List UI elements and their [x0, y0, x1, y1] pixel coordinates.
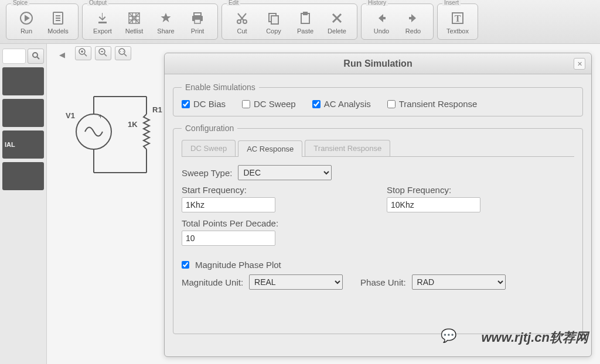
- printer-icon: [190, 11, 205, 26]
- enable-simulations-group: Enable Simulations DC Bias DC Sweep AC A…: [173, 83, 583, 116]
- zoom-out-button[interactable]: [95, 46, 111, 60]
- close-icon: ✕: [577, 60, 582, 68]
- schematic-drawing: + V1 R1 1K: [59, 85, 164, 192]
- zoom-out-icon: [98, 48, 108, 59]
- zoom-fit-button[interactable]: [115, 46, 131, 60]
- svg-rect-15: [195, 19, 200, 23]
- svg-point-28: [33, 53, 38, 57]
- export-button[interactable]: Export: [87, 6, 118, 38]
- tab-ac-response[interactable]: AC Response: [238, 140, 302, 157]
- sidebar: IAL: [0, 44, 47, 364]
- arrow-left-icon: [374, 11, 389, 26]
- netlist-button[interactable]: Netlist: [119, 6, 149, 38]
- tab-transient[interactable]: Transient Response: [305, 140, 390, 156]
- list-item[interactable]: [2, 99, 44, 127]
- cut-button[interactable]: Cut: [227, 6, 257, 38]
- svg-rect-21: [271, 16, 278, 24]
- svg-point-37: [119, 49, 125, 54]
- textbox-button[interactable]: TTextbox: [442, 6, 473, 38]
- list-item[interactable]: [2, 162, 44, 190]
- start-freq-label: Start Frequency:: [182, 185, 369, 195]
- dialog-header[interactable]: Run Simulation ✕: [165, 53, 591, 74]
- svg-text:+: +: [98, 112, 103, 121]
- phase-unit-select[interactable]: RAD: [412, 274, 506, 290]
- points-input[interactable]: [182, 231, 275, 246]
- zoom-fit-icon: [118, 48, 128, 59]
- mag-phase-checkbox-label[interactable]: Magnitude Phase Plot: [182, 260, 574, 270]
- arrow-right-icon: [405, 11, 421, 26]
- component-value-r1: 1K: [128, 120, 138, 129]
- tab-dc-sweep[interactable]: DC Sweep: [182, 140, 236, 156]
- toolbar-group-insert: Insert TTextbox: [437, 4, 478, 40]
- search-input[interactable]: [2, 49, 26, 64]
- textbox-icon: T: [450, 11, 465, 26]
- star-icon: [158, 11, 173, 26]
- print-button[interactable]: Print: [182, 6, 213, 38]
- dc-bias-checkbox-label[interactable]: DC Bias: [182, 99, 226, 109]
- toolbar-group-edit: Edit Cut Copy Paste Delete: [221, 4, 357, 40]
- svg-text:T: T: [455, 13, 461, 23]
- dialog-title: Run Simulation: [343, 59, 412, 69]
- scroll-left-button[interactable]: ◀: [57, 49, 67, 60]
- mag-unit-label: Magnitude Unit:: [182, 277, 243, 287]
- configuration-group: Configuration DC Sweep AC Response Trans…: [173, 123, 583, 334]
- list-item[interactable]: IAL: [2, 131, 44, 159]
- transient-checkbox[interactable]: [387, 100, 396, 108]
- run-simulation-dialog: Run Simulation ✕ Enable Simulations DC B…: [164, 53, 592, 357]
- clipboard-icon: [298, 11, 313, 26]
- toolbar-group-spice: Spice Run Models: [6, 4, 79, 40]
- mag-unit-select[interactable]: REAL: [249, 274, 343, 290]
- share-button[interactable]: Share: [151, 6, 181, 38]
- document-icon: [50, 11, 66, 26]
- list-item[interactable]: [2, 67, 44, 95]
- search-icon: [32, 51, 40, 61]
- toolbar-group-output: Output Export Netlist Share Print: [82, 4, 218, 40]
- play-icon: [19, 11, 34, 26]
- svg-rect-13: [194, 13, 201, 16]
- scissors-icon: [234, 11, 250, 26]
- download-icon: [95, 11, 110, 26]
- paste-button[interactable]: Paste: [290, 6, 321, 38]
- models-button[interactable]: Models: [43, 6, 73, 38]
- zoom-in-button[interactable]: [75, 46, 91, 60]
- toolbar-group-history: History Undo Redo: [361, 4, 434, 40]
- run-button[interactable]: Run: [11, 6, 42, 38]
- copy-button[interactable]: Copy: [258, 6, 289, 38]
- ac-analysis-checkbox-label[interactable]: AC Analysis: [312, 99, 371, 109]
- svg-line-38: [124, 54, 127, 56]
- transient-checkbox-label[interactable]: Transient Response: [387, 99, 478, 109]
- undo-button[interactable]: Undo: [366, 6, 397, 38]
- redo-button[interactable]: Redo: [398, 6, 428, 38]
- mag-phase-checkbox[interactable]: [182, 261, 189, 269]
- svg-rect-23: [304, 12, 307, 15]
- svg-line-31: [84, 54, 87, 56]
- ac-analysis-checkbox[interactable]: [312, 100, 321, 108]
- stop-freq-label: Stop Frequency:: [387, 185, 574, 195]
- component-label-v1: V1: [66, 111, 75, 120]
- dc-bias-checkbox[interactable]: [182, 100, 190, 108]
- component-label-r1: R1: [152, 105, 162, 114]
- phase-unit-label: Phase Unit:: [360, 277, 406, 287]
- copy-icon: [266, 11, 281, 26]
- dc-sweep-checkbox[interactable]: [242, 100, 250, 108]
- sweep-type-select[interactable]: DEC: [238, 165, 332, 180]
- zoom-in-icon: [79, 48, 88, 59]
- delete-icon: [329, 11, 345, 26]
- svg-line-35: [104, 54, 107, 56]
- svg-line-29: [37, 57, 39, 59]
- delete-button[interactable]: Delete: [322, 6, 352, 38]
- stop-freq-input[interactable]: [387, 197, 480, 212]
- main-toolbar: Spice Run Models Output Export Netlist S…: [0, 0, 600, 44]
- search-button[interactable]: [28, 49, 44, 64]
- grid-icon: [127, 11, 142, 26]
- sweep-type-label: Sweep Type:: [182, 168, 232, 178]
- dialog-close-button[interactable]: ✕: [574, 58, 585, 70]
- svg-rect-5: [98, 22, 107, 23]
- points-label: Total Points Per Decade:: [182, 218, 574, 228]
- dc-sweep-checkbox-label[interactable]: DC Sweep: [242, 99, 296, 109]
- start-freq-input[interactable]: [182, 197, 275, 212]
